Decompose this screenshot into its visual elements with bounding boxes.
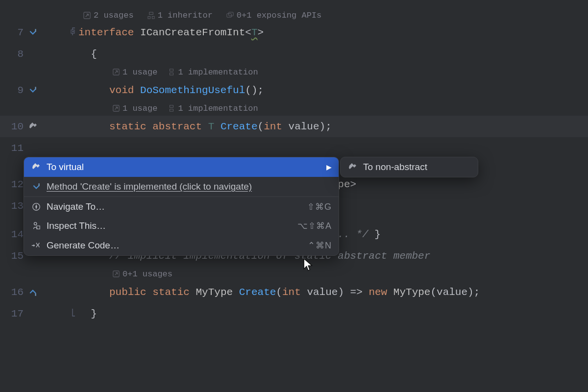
context-menu[interactable]: To virtual ▶ Method 'Create' is implemen…	[24, 157, 339, 256]
line-number: 15	[9, 250, 24, 262]
hammer-icon	[31, 162, 42, 172]
svg-rect-2	[148, 16, 150, 19]
line-number: 9	[9, 85, 24, 96]
inlay-hints-row16: 0+1 usages	[0, 267, 588, 281]
svg-rect-10	[170, 73, 173, 75]
gutter-hammer-icon[interactable]	[28, 121, 38, 132]
svg-rect-6	[35, 29, 36, 32]
svg-rect-17	[35, 293, 36, 296]
code-line-16[interactable]: 16 public static MyType Create(int value…	[0, 281, 588, 303]
hint-inheritors[interactable]: 1 inheritor	[147, 11, 213, 20]
svg-rect-14	[170, 109, 173, 111]
hint-implementations[interactable]: 1 implementation	[168, 68, 258, 77]
method-name: DoSomethingUseful	[140, 85, 245, 96]
menu-inspect-this[interactable]: Inspect This… ⌥⇧⌘A	[24, 216, 339, 236]
interface-name: ICanCreateFromInt	[140, 27, 245, 38]
fold-end-icon[interactable]	[71, 308, 77, 320]
gutter-implements-up-icon[interactable]	[28, 287, 37, 297]
hint-usages[interactable]: 2 usages	[83, 11, 134, 20]
code-line-11[interactable]: 11	[0, 137, 588, 159]
context-submenu[interactable]: To non-abstract	[340, 157, 478, 177]
inspect-icon	[31, 220, 42, 231]
method-name: Create	[220, 121, 258, 132]
line-number: 8	[9, 49, 24, 60]
svg-rect-9	[170, 69, 173, 71]
line-number: 7	[9, 27, 24, 38]
line-number: 16	[9, 287, 24, 298]
menu-method-implemented[interactable]: Method 'Create' is implemented (click to…	[24, 177, 339, 196]
line-number: 17	[9, 308, 24, 319]
submenu-to-non-abstract[interactable]: To non-abstract	[341, 157, 478, 177]
menu-navigate-to[interactable]: Navigate To… ⇧⌘G	[24, 196, 339, 216]
svg-rect-18	[39, 183, 40, 186]
svg-rect-5	[229, 12, 233, 16]
hint-exposing-apis[interactable]: 0+1 exposing APIs	[226, 11, 321, 20]
svg-rect-3	[152, 16, 154, 19]
implemented-down-icon	[31, 181, 42, 192]
compass-icon	[31, 201, 42, 212]
generate-icon	[31, 240, 42, 251]
hint-implementations[interactable]: 1 implementation	[168, 104, 258, 113]
keyboard-shortcut: ⌥⇧⌘A	[297, 220, 332, 231]
inlay-hints-top: 2 usages 1 inheritor 0+1 exposing APIs	[0, 0, 588, 22]
hammer-icon	[347, 162, 358, 172]
svg-rect-13	[170, 105, 173, 107]
gutter-implemented-icon[interactable]	[28, 85, 37, 96]
code-line-7[interactable]: 7 interface ICanCreateFromInt<T>	[0, 22, 588, 43]
code-line-17[interactable]: 17 }	[0, 303, 588, 324]
keyboard-shortcut: ⇧⌘G	[307, 201, 332, 212]
fold-start-icon[interactable]	[71, 26, 77, 39]
hint-usages[interactable]: 0+1 usages	[113, 270, 172, 279]
menu-to-virtual[interactable]: To virtual ▶	[24, 157, 339, 177]
line-number: 10	[9, 121, 24, 132]
menu-generate-code[interactable]: Generate Code… ⌃⌘N	[24, 236, 339, 255]
hint-usages[interactable]: 1 usage	[113, 104, 157, 113]
inlay-hints-row9: 1 usage 1 implementation	[0, 65, 588, 79]
line-number: 11	[9, 143, 24, 154]
inlay-hints-row10: 1 usage 1 implementation	[0, 101, 588, 116]
svg-rect-1	[149, 12, 153, 14]
keyword-interface: interface	[78, 27, 134, 38]
mouse-cursor-icon	[303, 258, 314, 275]
keyboard-shortcut: ⌃⌘N	[308, 240, 332, 251]
hint-usages[interactable]: 1 usage	[113, 68, 157, 77]
chevron-right-icon: ▶	[326, 163, 332, 171]
code-line-10[interactable]: 10 static abstract T Create(int value);	[0, 116, 588, 137]
line-number: 12	[9, 179, 24, 190]
type-param: T	[251, 27, 258, 38]
svg-point-20	[34, 222, 37, 225]
line-number: 14	[9, 229, 24, 240]
gutter-implemented-icon[interactable]	[28, 27, 37, 38]
svg-rect-4	[227, 13, 231, 17]
svg-rect-11	[35, 87, 36, 90]
code-line-9[interactable]: 9 void DoSomethingUseful();	[0, 79, 588, 101]
line-number: 13	[9, 200, 24, 212]
code-line-8[interactable]: 8 {	[0, 43, 588, 65]
